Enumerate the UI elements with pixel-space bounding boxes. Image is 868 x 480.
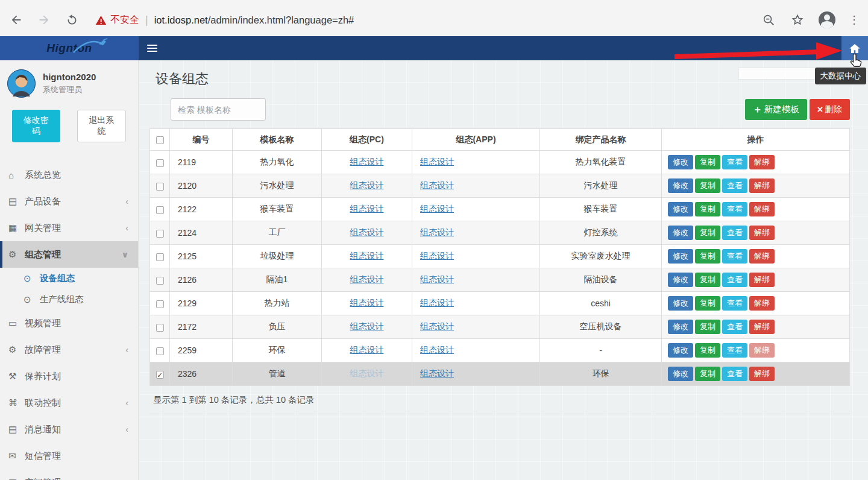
- action-view-button[interactable]: 查看: [722, 226, 747, 240]
- app-design-link[interactable]: 组态设计: [420, 345, 454, 355]
- action-copy-button[interactable]: 复制: [695, 320, 720, 334]
- action-edit-button[interactable]: 修改: [668, 296, 693, 311]
- back-icon[interactable]: [8, 12, 24, 28]
- row-checkbox[interactable]: [156, 277, 164, 285]
- action-copy-button[interactable]: 复制: [695, 178, 720, 193]
- row-checkbox[interactable]: [156, 253, 164, 261]
- pc-design-link[interactable]: 组态设计: [350, 321, 384, 331]
- sidebar-item-product-device[interactable]: ▤产品设备‹: [0, 188, 138, 215]
- app-design-link[interactable]: 组态设计: [420, 298, 454, 308]
- action-view-button[interactable]: 查看: [722, 343, 747, 358]
- app-design-link[interactable]: 组态设计: [420, 274, 454, 284]
- row-checkbox[interactable]: [156, 300, 164, 308]
- app-design-link[interactable]: 组态设计: [420, 251, 454, 261]
- new-template-button[interactable]: ＋新建模板: [745, 99, 807, 120]
- sidebar-item-fault-manage[interactable]: ⚙故障管理‹: [0, 336, 138, 363]
- app-design-link[interactable]: 组态设计: [420, 321, 454, 331]
- row-checkbox[interactable]: [156, 230, 164, 238]
- action-unbind-button[interactable]: 解绑: [749, 226, 775, 240]
- action-copy-button[interactable]: 复制: [695, 296, 720, 311]
- action-unbind-button[interactable]: 解绑: [749, 249, 775, 264]
- action-unbind-button[interactable]: 解绑: [749, 296, 775, 311]
- action-copy-button[interactable]: 复制: [695, 249, 720, 264]
- action-edit-button[interactable]: 修改: [668, 202, 693, 216]
- action-unbind-button[interactable]: 解绑: [749, 155, 775, 169]
- sidebar-item-scada-manage[interactable]: ⚙组态管理∨: [0, 241, 138, 268]
- pc-design-link[interactable]: 组态设计: [350, 274, 384, 284]
- sidebar-item-line-scada[interactable]: ⊙生产线组态: [0, 289, 138, 310]
- template-search-input[interactable]: [171, 98, 266, 121]
- select-all-checkbox[interactable]: [156, 136, 164, 144]
- action-unbind-button[interactable]: 解绑: [749, 343, 775, 358]
- action-copy-button[interactable]: 复制: [695, 202, 720, 216]
- row-checkbox[interactable]: ✓: [156, 371, 164, 379]
- zoom-out-icon[interactable]: [761, 12, 776, 28]
- action-copy-button[interactable]: 复制: [695, 343, 720, 358]
- sidebar-item-linkage-control[interactable]: ⌘联动控制‹: [0, 390, 138, 416]
- action-view-button[interactable]: 查看: [722, 202, 747, 216]
- row-checkbox[interactable]: [156, 183, 164, 191]
- action-view-button[interactable]: 查看: [722, 296, 747, 311]
- bookmark-star-icon[interactable]: [790, 12, 805, 28]
- action-unbind-button[interactable]: 解绑: [749, 178, 775, 193]
- sidebar-item-gateway-manage[interactable]: ▦网关管理‹: [0, 215, 138, 241]
- action-copy-button[interactable]: 复制: [695, 155, 720, 169]
- action-edit-button[interactable]: 修改: [668, 273, 693, 287]
- reload-icon[interactable]: [64, 12, 80, 28]
- browser-menu-icon[interactable]: ⋮: [849, 14, 860, 25]
- pc-design-link[interactable]: 组态设计: [350, 180, 384, 190]
- action-view-button[interactable]: 查看: [722, 249, 747, 264]
- hamburger-menu-icon[interactable]: [147, 43, 157, 54]
- row-checkbox[interactable]: [156, 347, 164, 355]
- app-design-link[interactable]: 组态设计: [420, 204, 454, 213]
- row-checkbox[interactable]: [156, 206, 164, 214]
- forward-icon[interactable]: [36, 12, 52, 28]
- sidebar-item-maintenance-plan[interactable]: ⚒保养计划: [0, 363, 138, 390]
- action-edit-button[interactable]: 修改: [668, 343, 693, 358]
- action-copy-button[interactable]: 复制: [695, 273, 720, 287]
- sidebar-item-space-manage[interactable]: ▦空间管理: [0, 469, 138, 480]
- action-edit-button[interactable]: 修改: [668, 249, 693, 264]
- action-view-button[interactable]: 查看: [722, 273, 747, 287]
- sidebar-item-device-scada[interactable]: ⊙设备组态: [0, 268, 138, 289]
- logout-button[interactable]: 退出系统: [77, 110, 127, 142]
- change-password-button[interactable]: 修改密码: [12, 110, 60, 142]
- action-unbind-button[interactable]: 解绑: [749, 273, 775, 287]
- row-checkbox[interactable]: [156, 324, 164, 332]
- action-edit-button[interactable]: 修改: [668, 155, 693, 169]
- pc-design-link[interactable]: 组态设计: [350, 157, 384, 166]
- app-design-link[interactable]: 组态设计: [420, 180, 454, 190]
- profile-avatar-icon[interactable]: [819, 11, 835, 28]
- row-checkbox[interactable]: [156, 159, 164, 167]
- sidebar-item-video-manage[interactable]: ▭视频管理: [0, 310, 138, 336]
- app-design-link[interactable]: 组态设计: [420, 368, 454, 378]
- action-edit-button[interactable]: 修改: [668, 178, 693, 193]
- security-warning-label[interactable]: 不安全: [110, 14, 139, 27]
- sidebar-item-sms-manage[interactable]: ✉短信管理: [0, 443, 138, 469]
- sidebar-item-message-notify[interactable]: ▤消息通知‹: [0, 416, 138, 443]
- action-copy-button[interactable]: 复制: [695, 226, 720, 240]
- app-design-link[interactable]: 组态设计: [420, 157, 454, 166]
- pc-design-link[interactable]: 组态设计: [350, 368, 384, 378]
- delete-button[interactable]: ×删除: [810, 99, 850, 120]
- action-view-button[interactable]: 查看: [722, 320, 747, 334]
- sidebar-item-system-overview[interactable]: ⌂系统总览: [0, 162, 138, 188]
- action-unbind-button[interactable]: 解绑: [749, 320, 775, 334]
- pc-design-link[interactable]: 组态设计: [350, 227, 384, 237]
- action-unbind-button[interactable]: 解绑: [749, 202, 775, 216]
- home-nav-button[interactable]: [841, 36, 868, 60]
- pc-design-link[interactable]: 组态设计: [350, 345, 384, 355]
- action-unbind-button[interactable]: 解绑: [749, 367, 775, 381]
- action-view-button[interactable]: 查看: [722, 155, 747, 169]
- action-edit-button[interactable]: 修改: [668, 320, 693, 334]
- action-edit-button[interactable]: 修改: [668, 367, 693, 381]
- pc-design-link[interactable]: 组态设计: [350, 204, 384, 213]
- action-edit-button[interactable]: 修改: [668, 226, 693, 240]
- action-copy-button[interactable]: 复制: [695, 367, 720, 381]
- action-view-button[interactable]: 查看: [722, 367, 747, 381]
- action-view-button[interactable]: 查看: [722, 178, 747, 193]
- app-design-link[interactable]: 组态设计: [420, 227, 454, 237]
- pc-design-link[interactable]: 组态设计: [350, 251, 384, 261]
- url-text[interactable]: iot.idosp.net/admin/index.html?language=…: [154, 14, 354, 26]
- address-bar[interactable]: 不安全 | iot.idosp.net/admin/index.html?lan…: [95, 14, 749, 27]
